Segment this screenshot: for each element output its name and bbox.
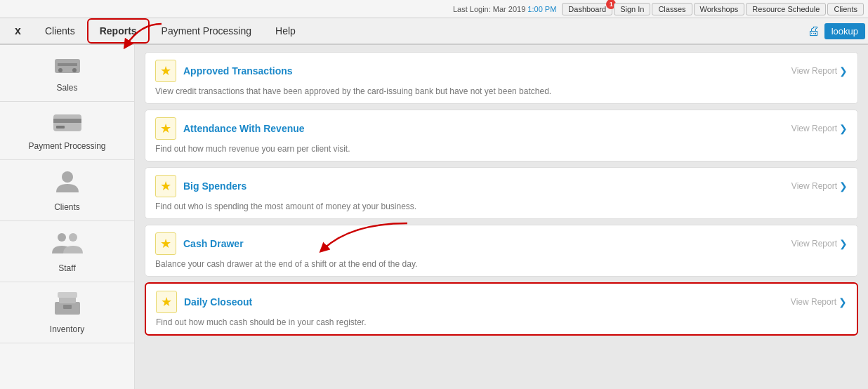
svg-rect-6	[56, 126, 65, 128]
nav-item-payment-processing[interactable]: Payment Processing	[150, 18, 263, 44]
svg-point-8	[58, 233, 66, 242]
nav-item-help[interactable]: Help	[263, 18, 308, 44]
classes-button[interactable]: Classes	[652, 3, 692, 15]
report-title-area: ★ Approved Transactions	[155, 60, 293, 82]
report-card-big-spenders: ★ Big Spenders View Report ❯ Find out wh…	[145, 167, 858, 219]
sidebar-label-inventory: Inventory	[50, 324, 84, 334]
report-title-area-4: ★ Daily Closeout	[156, 291, 252, 313]
report-title-1[interactable]: Attendance With Revenue	[183, 123, 305, 134]
login-link[interactable]: 1:00 PM	[527, 5, 556, 13]
lookup-button[interactable]: lookup	[824, 23, 865, 39]
view-report-2[interactable]: View Report ❯	[791, 180, 848, 192]
report-card-approved-transactions: ★ Approved Transactions View Report ❯ Vi…	[145, 52, 858, 104]
svg-point-2	[58, 68, 63, 72]
view-report-1[interactable]: View Report ❯	[791, 123, 848, 134]
report-title-area-1: ★ Attendance With Revenue	[155, 117, 305, 140]
view-report-arrow-4: ❯	[839, 296, 847, 308]
sales-icon	[53, 53, 81, 80]
view-report-4[interactable]: View Report ❯	[791, 296, 847, 308]
report-desc-2: Find out who is spending the most amount…	[155, 202, 848, 211]
star-icon-3[interactable]: ★	[155, 232, 176, 255]
clients-icon	[52, 169, 83, 199]
top-bar: Last Login: Mar 2019 1:00 PM Dashboard 1…	[0, 0, 868, 18]
inventory-icon	[52, 291, 83, 322]
main-nav-right: 🖨 lookup	[808, 23, 865, 39]
main-nav: x Clients Reports Payment Processing Hel…	[0, 18, 868, 45]
sidebar-item-sales[interactable]: Sales	[0, 45, 134, 102]
report-desc-1: Find out how much revenue you earn per c…	[155, 144, 848, 154]
report-desc-4: Find out how much cash should be in your…	[156, 317, 847, 327]
star-icon-1[interactable]: ★	[155, 117, 176, 140]
top-bar-right: Dashboard 1 Sign In Classes Workshops Re…	[562, 3, 864, 15]
report-title-2[interactable]: Big Spenders	[183, 180, 246, 192]
report-card-header: ★ Approved Transactions View Report ❯	[155, 60, 848, 82]
dashboard-button[interactable]: Dashboard 1	[562, 3, 612, 15]
resource-schedule-button[interactable]: Resource Schedule	[746, 3, 826, 15]
login-info: Last Login: Mar 2019 1:00 PM	[453, 5, 556, 13]
printer-icon[interactable]: 🖨	[808, 24, 820, 39]
sidebar-label-payment: Payment Processing	[28, 141, 105, 151]
sidebar-item-staff[interactable]: Staff	[0, 221, 134, 282]
sidebar-label-sales: Sales	[56, 83, 77, 93]
report-card-header-3: ★ Cash Drawer View Report ❯	[155, 232, 848, 255]
report-title-area-3: ★ Cash Drawer	[155, 232, 244, 255]
view-report-arrow-2: ❯	[839, 180, 848, 192]
view-report-arrow-0: ❯	[839, 65, 848, 77]
svg-point-3	[72, 68, 77, 72]
sidebar: Sales Payment Processing	[0, 45, 135, 389]
report-card-header-4: ★ Daily Closeout View Report ❯	[156, 291, 847, 313]
sidebar-item-payment-processing[interactable]: Payment Processing	[0, 102, 134, 160]
sidebar-item-inventory[interactable]: Inventory	[0, 282, 134, 343]
layout: Sales Payment Processing	[0, 45, 868, 389]
report-desc-0: View credit transactions that have been …	[155, 86, 848, 96]
nav-item-x[interactable]: x	[3, 18, 33, 44]
report-title-area-2: ★ Big Spenders	[155, 175, 246, 197]
sidebar-label-staff: Staff	[58, 263, 75, 273]
main-content: ★ Approved Transactions View Report ❯ Vi…	[135, 45, 868, 389]
clients-top-button[interactable]: Clients	[827, 3, 864, 15]
nav-item-reports[interactable]: Reports	[87, 18, 150, 44]
sidebar-label-clients: Clients	[54, 202, 80, 212]
view-report-arrow-3: ❯	[839, 238, 848, 249]
staff-icon	[49, 230, 86, 261]
sidebar-item-clients[interactable]: Clients	[0, 160, 134, 221]
sign-in-button[interactable]: Sign In	[614, 3, 650, 15]
nav-item-clients[interactable]: Clients	[33, 18, 87, 44]
view-report-arrow-1: ❯	[839, 123, 848, 134]
report-card-header-1: ★ Attendance With Revenue View Report ❯	[155, 117, 848, 140]
report-card-header-2: ★ Big Spenders View Report ❯	[155, 175, 848, 197]
svg-rect-13	[63, 305, 72, 309]
star-icon-2[interactable]: ★	[155, 175, 176, 197]
svg-point-7	[62, 171, 73, 183]
view-report-3[interactable]: View Report ❯	[791, 238, 848, 249]
svg-rect-1	[58, 63, 77, 66]
payment-processing-icon	[52, 110, 83, 138]
report-card-attendance: ★ Attendance With Revenue View Report ❯ …	[145, 110, 858, 161]
report-title-4[interactable]: Daily Closeout	[184, 296, 252, 308]
view-report-0[interactable]: View Report ❯	[791, 65, 848, 77]
workshops-button[interactable]: Workshops	[694, 3, 745, 15]
report-title-0[interactable]: Approved Transactions	[183, 65, 293, 77]
svg-rect-12	[58, 292, 77, 298]
star-icon-4[interactable]: ★	[156, 291, 177, 313]
star-icon-0[interactable]: ★	[155, 60, 176, 82]
svg-point-9	[69, 233, 77, 242]
report-card-cash-drawer: ★ Cash Drawer View Report ❯ Balance your…	[145, 225, 858, 277]
svg-rect-5	[53, 119, 81, 123]
report-card-daily-closeout: ★ Daily Closeout View Report ❯ Find out …	[145, 282, 858, 336]
report-desc-3: Balance your cash drawer at the end of a…	[155, 259, 848, 269]
report-title-3[interactable]: Cash Drawer	[183, 238, 244, 249]
